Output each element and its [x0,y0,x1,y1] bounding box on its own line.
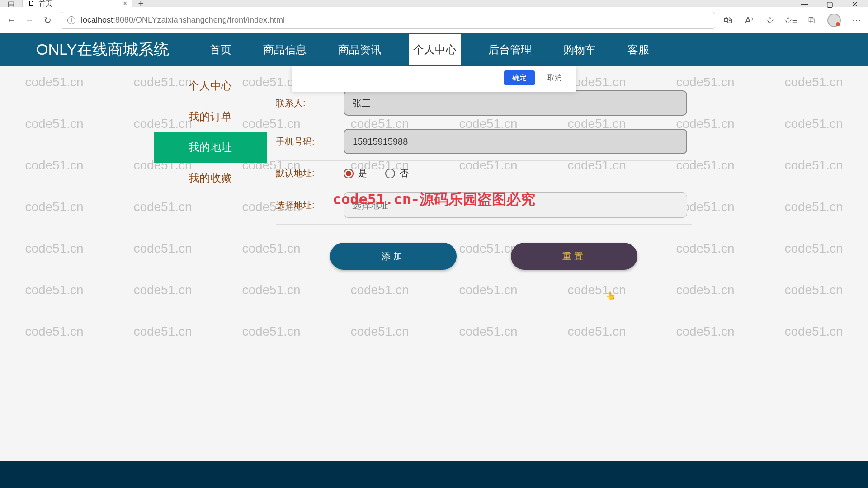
nav-product-info[interactable]: 商品信息 [259,34,311,65]
url-input[interactable]: i localhost:8080/ONLYzaixianshangcheng/f… [61,12,715,29]
minimize-icon[interactable]: — [801,0,808,7]
site-header: ONLY在线商城系统 首页 商品信息 商品资讯 个人中心 后台管理 购物车 客服 [0,33,868,66]
contact-input[interactable] [344,90,687,116]
nav-personal-center[interactable]: 个人中心 [409,34,461,65]
contact-label: 联系人: [276,97,330,109]
sidebar-item-address[interactable]: 我的地址 [154,132,267,163]
radio-no-circle [385,169,395,178]
address-form: 联系人: 手机号码: 默认地址: 是 否 [276,84,692,270]
browser-tab-strip: ▤ 🗎 首页 × + — ▢ ✕ [0,0,868,7]
dialog-cancel-button[interactable]: 取消 [541,70,568,85]
tab-title: 首页 [39,0,52,8]
back-button[interactable]: ← [6,15,16,25]
page-icon: 🗎 [28,0,35,8]
radio-no-label: 否 [400,167,409,179]
url-text: localhost:8080/ONLYzaixianshangcheng/fro… [81,15,285,25]
nav-home[interactable]: 首页 [205,34,236,65]
address-bar-row: ← → ↻ i localhost:8080/ONLYzaixianshangc… [0,7,868,33]
radio-yes-label: 是 [358,167,367,179]
nav-cart[interactable]: 购物车 [559,34,600,65]
dialog-confirm-button[interactable]: 确定 [504,70,535,85]
select-address-input[interactable] [344,192,687,218]
main-nav: 首页 商品信息 商品资讯 个人中心 后台管理 购物车 客服 [205,34,654,65]
new-tab-button[interactable]: + [132,0,149,9]
page-footer [0,461,868,488]
dialog-footer: 确定 取消 [292,66,576,92]
default-address-label: 默认地址: [276,167,330,179]
favorite-icon[interactable]: ✩ [765,15,775,25]
cursor-icon: 👆 [606,291,616,301]
nav-service[interactable]: 客服 [623,34,654,65]
collections-icon[interactable]: ⧉ [807,15,816,25]
profile-avatar[interactable] [827,14,841,27]
site-logo[interactable]: ONLY在线商城系统 [36,39,169,60]
nav-admin[interactable]: 后台管理 [484,34,536,65]
phone-label: 手机号码: [276,136,330,148]
close-window-icon[interactable]: ✕ [852,0,859,7]
sidebar-menu: 个人中心 我的订单 我的地址 我的收藏 [154,70,267,193]
close-tab-icon[interactable]: × [123,0,127,8]
shopping-icon[interactable]: 🛍 [723,15,733,25]
nav-product-news[interactable]: 商品资讯 [334,34,386,65]
browser-tab-active[interactable]: 🗎 首页 × [23,0,132,7]
read-aloud-icon[interactable]: A⁾ [744,15,754,25]
radio-no[interactable]: 否 [385,167,409,179]
select-address-label: 选择地址: [276,199,330,211]
sidebar-item-orders[interactable]: 我的订单 [154,101,267,132]
add-button[interactable]: 添加 [330,243,457,270]
tabs-side-button[interactable]: ▤ [0,0,23,7]
maximize-icon[interactable]: ▢ [826,0,834,7]
sidebar-item-favorites[interactable]: 我的收藏 [154,163,267,193]
sidebar-item-personal[interactable]: 个人中心 [154,70,267,101]
favorites-bar-icon[interactable]: ✩≡ [786,15,796,25]
site-info-icon[interactable]: i [67,16,75,24]
radio-yes[interactable]: 是 [344,167,367,179]
menu-icon[interactable]: ⋯ [852,15,862,25]
refresh-button[interactable]: ↻ [42,15,52,25]
phone-input[interactable] [344,129,687,154]
forward-button[interactable]: → [24,15,34,25]
radio-yes-circle [344,169,354,178]
reset-button[interactable]: 重置 [511,243,637,270]
